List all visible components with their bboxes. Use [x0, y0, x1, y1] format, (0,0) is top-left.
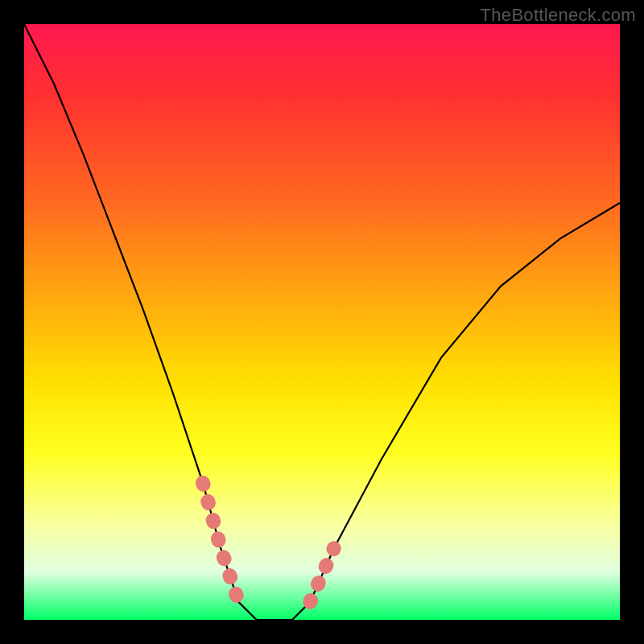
bottleneck-curve: [24, 24, 620, 620]
chart-frame: TheBottleneck.com: [0, 0, 644, 644]
curve-path: [24, 24, 620, 620]
plot-area: [24, 24, 620, 620]
watermark-text: TheBottleneck.com: [481, 5, 636, 26]
